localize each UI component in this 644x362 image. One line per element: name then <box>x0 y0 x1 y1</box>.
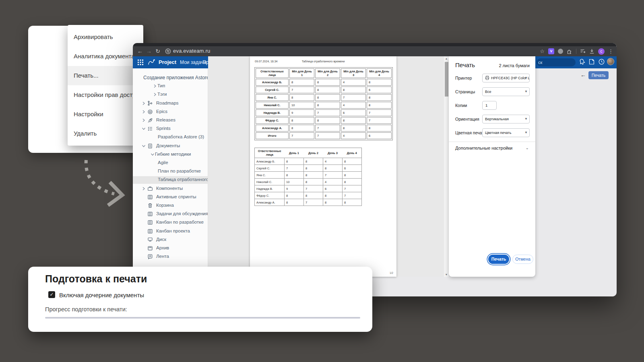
страницы-select[interactable]: Все▼ <box>482 87 530 96</box>
menu-item[interactable]: Печать... <box>68 66 143 85</box>
sidebar-item[interactable]: Roadmaps <box>133 100 208 107</box>
table-cell: 7 <box>367 117 392 124</box>
chevron-down-icon[interactable]: ⌄ <box>526 146 529 150</box>
menu-item[interactable]: Удалить <box>68 124 143 143</box>
forward-icon[interactable]: → <box>145 46 153 56</box>
table-cell: Фёдор С. <box>255 192 285 199</box>
notifications-bell-icon[interactable] <box>579 58 585 65</box>
chevron-right-icon[interactable] <box>153 93 157 97</box>
menu-item[interactable]: Архивировать <box>68 27 143 47</box>
app-brand[interactable]: Project <box>159 56 176 68</box>
user-avatar[interactable] <box>607 58 614 65</box>
more-settings-label[interactable]: Дополнительные настройки <box>455 146 512 150</box>
chevron-down-icon[interactable] <box>151 152 155 156</box>
sidebar-item[interactable]: Документы <box>133 142 208 150</box>
ориентация-select[interactable]: Вертикальная▼ <box>482 115 530 123</box>
sidebar-item[interactable]: Архив <box>133 245 208 252</box>
chevron-down-icon[interactable] <box>142 144 146 148</box>
reading-list-icon[interactable] <box>580 49 586 54</box>
extension-globe-icon[interactable] <box>558 49 563 54</box>
sidebar-item[interactable]: Тип <box>133 82 208 90</box>
sidebar-item-label: Корзина <box>156 203 174 208</box>
print-option-label: Копии <box>455 103 467 108</box>
sidebar-item[interactable]: Sprints <box>133 125 208 133</box>
url-text[interactable]: eva.evateam.ru <box>173 46 210 56</box>
menu-item[interactable]: Настройки прав доступ <box>68 85 143 105</box>
sidebar-item[interactable]: Лента <box>133 253 208 261</box>
sidebar-item[interactable]: Канбан проекта <box>133 228 208 235</box>
sidebar-item[interactable]: Releases <box>133 117 208 124</box>
table-row: Александр А.8788 <box>255 199 362 206</box>
chevron-down-icon[interactable] <box>142 127 146 131</box>
sidebar-item[interactable]: Диск <box>133 236 208 244</box>
sidebar-item-label: Создание приложения Astore <box>143 75 208 80</box>
download-icon[interactable] <box>589 49 594 54</box>
table-cell: 9 <box>289 109 314 116</box>
select-value: HPFCE43C (HP Color La: <box>491 76 530 80</box>
extensions-puzzle-icon[interactable] <box>567 49 572 54</box>
preview-scrollbar[interactable]: ▲ ▼ <box>444 56 449 277</box>
цветная печать-select[interactable]: Цветная печать▼ <box>482 128 530 137</box>
browser-tabstrip <box>133 43 617 46</box>
page-back-arrow-icon[interactable]: ← <box>580 72 586 78</box>
sidebar-item[interactable]: Корзина <box>133 202 208 210</box>
scrollbar-up-icon[interactable]: ▲ <box>444 57 449 60</box>
apps-grid-icon[interactable] <box>138 60 143 65</box>
scrollbar-thumb[interactable] <box>445 62 448 97</box>
sidebar-item-label: Releases <box>156 117 175 122</box>
extension-v-icon[interactable]: V <box>548 48 554 54</box>
chevron-right-icon[interactable] <box>142 110 146 114</box>
table-cell: 6 <box>323 185 343 192</box>
table-cell: 8 <box>285 158 304 165</box>
sidebar-item[interactable]: Разработка Astore (3) <box>133 134 208 141</box>
table-cell: Александр А. <box>255 199 285 206</box>
cancel-button[interactable]: Отмена <box>512 255 533 264</box>
sidebar-item[interactable]: План по разработке <box>133 168 208 175</box>
site-settings-icon[interactable] <box>165 48 171 54</box>
copies-input[interactable]: 1 <box>482 101 497 110</box>
reload-icon[interactable]: ↻ <box>154 46 162 56</box>
table-header-cell: Min для День 4 <box>367 68 392 78</box>
sidebar-item-selected[interactable]: Таблица отработанного времен <box>133 176 208 184</box>
notes-icon[interactable] <box>588 58 595 65</box>
chevron-right-icon[interactable] <box>142 101 146 105</box>
принтер-select[interactable]: HPFCE43C (HP Color La:▼ <box>482 74 530 82</box>
history-clock-icon[interactable] <box>598 58 605 65</box>
browser-window: ← → ↻ eva.evateam.ru ☆ V c ⋮ <box>133 43 617 296</box>
chevron-right-icon[interactable] <box>142 118 146 122</box>
print-button[interactable]: Печать <box>488 255 509 264</box>
sidebar-item[interactable]: Канбан по разработке <box>133 219 208 226</box>
browser-menu-icon[interactable]: ⋮ <box>608 48 613 54</box>
page-print-button[interactable]: Печать <box>588 71 609 79</box>
sidebar-item-label: Таблица отработанного времен <box>158 177 208 182</box>
bookmark-star-icon[interactable]: ☆ <box>540 48 545 54</box>
include-children-checkbox[interactable]: ✓ <box>48 291 55 298</box>
table-cell: 8 <box>285 192 304 199</box>
menu-item[interactable]: Аналитика документа <box>68 47 143 66</box>
feed-icon <box>147 254 153 259</box>
sidebar-item[interactable]: Задачи для обсуждения <box>133 210 208 218</box>
chevron-right-icon[interactable] <box>142 187 146 191</box>
sidebar-item[interactable]: Активные спринты <box>133 193 208 201</box>
table-header-cell: Min для День 1 <box>289 68 314 78</box>
print-option-row: ПринтерHPFCE43C (HP Color La:▼ <box>449 73 535 83</box>
chevron-right-icon[interactable] <box>153 84 157 88</box>
print-option-row: Копии1 <box>449 101 535 110</box>
table-cell: Сергей С. <box>256 86 289 93</box>
sidebar-item[interactable]: Тэги <box>133 91 208 99</box>
menu-item[interactable]: Настройки <box>68 105 143 124</box>
board-icon <box>147 228 153 234</box>
table-cell: 8 <box>367 125 392 132</box>
sidebar-item[interactable]: Гибкие методики <box>133 151 208 158</box>
scrollbar-down-icon[interactable]: ▼ <box>444 273 449 276</box>
table-cell: 8 <box>289 117 314 124</box>
table-header-cell: День 2 <box>304 148 323 158</box>
prepare-print-dialog: Подготовка к печати ✓ Включая дочерние д… <box>28 267 372 332</box>
table-cell: 8 <box>315 79 340 86</box>
sidebar-item[interactable]: Agile <box>133 159 208 167</box>
profile-avatar[interactable]: c <box>598 48 605 55</box>
sidebar-item[interactable]: Компоненты <box>133 185 208 193</box>
back-icon[interactable]: ← <box>136 46 144 56</box>
sidebar-item[interactable]: Epics <box>133 108 208 116</box>
search-input[interactable]: ск <box>537 58 576 66</box>
